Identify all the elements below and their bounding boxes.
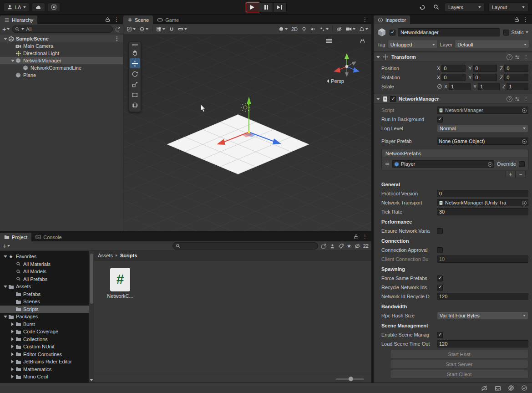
enable-scene-management-checkbox[interactable]	[437, 332, 443, 338]
avatar-filter-icon[interactable]	[329, 243, 335, 249]
help-icon[interactable]	[507, 54, 512, 60]
rotation-z-field[interactable]: 0	[504, 74, 528, 81]
tree-item-all-prefabs[interactable]: All Prefabs	[0, 276, 94, 283]
hierarchy-add-button[interactable]	[2, 26, 10, 32]
overlay-menu-icon[interactable]	[326, 39, 332, 43]
position-x-field[interactable]: 0	[441, 65, 466, 72]
label-icon[interactable]	[338, 243, 344, 249]
run-in-background-checkbox[interactable]	[437, 117, 443, 122]
scale-y-field[interactable]: 1	[478, 83, 500, 90]
tree-item-packages[interactable]: Packages	[0, 313, 94, 321]
2d-toggle-button[interactable]: 2D	[290, 25, 299, 33]
tree-item-editor-coroutines[interactable]: Editor Coroutines	[0, 351, 94, 358]
tab-console[interactable]: Console	[31, 233, 66, 241]
tree-item-all-materials[interactable]: All Materials	[0, 260, 94, 268]
foldout-icon[interactable]	[3, 316, 8, 318]
recycle-network-ids-checkbox[interactable]	[437, 285, 443, 291]
pause-button[interactable]	[259, 2, 273, 12]
popout-icon[interactable]	[115, 26, 121, 32]
view-tool-button[interactable]	[130, 48, 140, 58]
foldout-icon[interactable]	[10, 330, 15, 333]
foldout-icon[interactable]	[3, 286, 8, 288]
gameobject-name-field[interactable]: NetworkManager	[398, 28, 500, 36]
network-transport-field[interactable]: NetworkManager (Unity Tra	[437, 199, 528, 206]
player-prefab-field[interactable]: None (Game Object)	[437, 138, 528, 145]
start-server-button[interactable]: Start Server	[390, 360, 528, 368]
tab-scene[interactable]: Scene	[123, 15, 153, 24]
step-button[interactable]	[273, 2, 287, 12]
presets-icon[interactable]	[514, 96, 520, 102]
foldout-icon[interactable]	[10, 360, 15, 363]
object-picker-icon[interactable]	[487, 162, 493, 167]
tree-item-collections[interactable]: Collections	[0, 336, 94, 343]
tool-settings-button[interactable]	[125, 25, 137, 33]
network-offline-icon[interactable]	[508, 385, 514, 391]
rotate-tool-button[interactable]	[130, 69, 140, 79]
foldout-icon[interactable]	[10, 345, 15, 348]
remove-element-button[interactable]: −	[516, 171, 526, 178]
perspective-toggle[interactable]: Persp	[327, 78, 344, 84]
network-id-recycle-field[interactable]: 120	[437, 293, 528, 300]
tree-item-code-coverage[interactable]: Code Coverage	[0, 328, 94, 336]
snap-increment-button[interactable]	[177, 25, 188, 33]
scale-x-field[interactable]: 1	[449, 83, 471, 90]
undo-history-button[interactable]	[417, 3, 427, 12]
popout-icon[interactable]	[321, 243, 327, 249]
force-same-prefabs-checkbox[interactable]	[437, 276, 443, 281]
layout-dropdown[interactable]: Layout	[488, 3, 528, 12]
foldout-icon[interactable]	[10, 375, 15, 378]
object-picker-icon[interactable]	[522, 139, 527, 144]
transform-component-header[interactable]: Transform	[374, 52, 532, 62]
tick-rate-field[interactable]: 30	[437, 208, 528, 215]
cloud-offline-icon[interactable]	[481, 385, 488, 391]
overlay-drag-handle[interactable]	[132, 43, 138, 47]
tree-item-jetbrains-rider[interactable]: JetBrains Rider Editor	[0, 358, 94, 366]
scene-effects-button[interactable]	[318, 25, 330, 33]
protocol-version-field[interactable]: 0	[437, 190, 528, 197]
tree-item-networkcommandline[interactable]: NetworkCommandLine	[0, 64, 123, 71]
grid-visibility-button[interactable]	[155, 25, 167, 33]
snap-button[interactable]	[167, 25, 176, 33]
tag-dropdown[interactable]: Untagged	[388, 41, 438, 48]
tree-item-burst[interactable]: Burst	[0, 321, 94, 328]
lock-icon[interactable]	[514, 17, 519, 22]
tree-item-networkmanager[interactable]: NetworkManager	[0, 57, 123, 64]
inbox-icon[interactable]	[495, 385, 501, 391]
rect-tool-button[interactable]	[130, 90, 140, 100]
kebab-menu-icon[interactable]	[522, 96, 530, 102]
foldout-icon[interactable]	[3, 255, 8, 258]
view-lock-icon[interactable]	[360, 38, 365, 44]
scrollbar-thumb[interactable]	[90, 254, 93, 304]
lock-icon[interactable]	[105, 17, 110, 22]
tree-item-plane[interactable]: Plane	[0, 71, 123, 79]
static-dropdown[interactable]: Static	[502, 30, 529, 36]
move-tool-button[interactable]	[130, 58, 140, 68]
tab-project[interactable]: Project	[0, 233, 31, 241]
scale-z-field[interactable]: 1	[507, 83, 528, 90]
rotation-x-field[interactable]: 0	[441, 74, 466, 81]
connection-approval-checkbox[interactable]	[437, 247, 443, 253]
tree-item-prefabs[interactable]: Prefabs	[0, 291, 94, 298]
object-picker-icon[interactable]	[522, 108, 527, 113]
cloud-button[interactable]	[32, 3, 45, 12]
position-z-field[interactable]: 0	[504, 65, 528, 72]
foldout-icon[interactable]	[375, 56, 380, 58]
progress-check-icon[interactable]	[521, 385, 527, 391]
scene-canvas[interactable]	[123, 34, 371, 231]
tree-item-custom-nunit[interactable]: Custom NUnit	[0, 343, 94, 351]
project-search-input[interactable]	[172, 242, 318, 250]
breadcrumb-current[interactable]: Scripts	[120, 253, 137, 258]
rpc-hash-size-dropdown[interactable]: Var Int Four Bytes	[437, 312, 528, 320]
client-connection-field[interactable]: 10	[437, 255, 528, 263]
foldout-icon[interactable]	[10, 352, 15, 356]
script-field[interactable]: NetworkManager	[437, 107, 528, 114]
kebab-menu-icon[interactable]	[522, 17, 530, 22]
prefab-object-field[interactable]: Player	[392, 160, 494, 168]
drag-handle-icon[interactable]	[385, 162, 390, 166]
scene-visibility-button[interactable]	[335, 25, 344, 33]
account-button[interactable]: LA	[4, 3, 29, 12]
start-client-button[interactable]: Start Client	[390, 370, 528, 378]
scene-viewport[interactable]: Persp	[123, 34, 371, 231]
foldout-icon[interactable]	[375, 98, 380, 100]
active-checkbox[interactable]	[390, 30, 395, 36]
